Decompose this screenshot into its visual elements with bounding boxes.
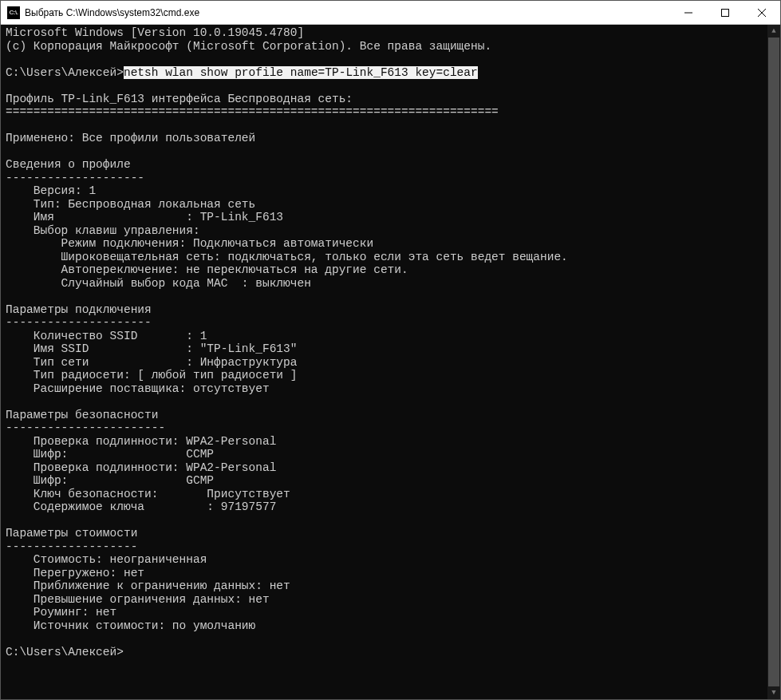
- sec-auth-1: Проверка подлинности: WPA2-Personal: [6, 435, 276, 448]
- header-line-2: (c) Корпорация Майкрософт (Microsoft Cor…: [6, 40, 491, 53]
- section-sec-title: Параметры безопасности: [6, 409, 158, 421]
- section-cost-title: Параметры стоимости: [6, 527, 137, 540]
- conn-ssid-name: Имя SSID : "TP-Link_F613": [6, 342, 297, 355]
- profile-connmode: Режим подключения: Подключаться автомати…: [6, 237, 373, 250]
- conn-vendor-ext: Расширение поставщика: отсутствует: [6, 382, 270, 395]
- sec-auth-2: Проверка подлинности: WPA2-Personal: [6, 461, 276, 474]
- prompt-1-path: C:\Users\Алексей>: [6, 66, 124, 79]
- profile-type: Тип: Беспроводная локальная сеть: [6, 198, 255, 211]
- cost-over: Превышение ограничения данных: нет: [6, 593, 270, 606]
- profile-broadcast: Широковещательная сеть: подключаться, то…: [6, 251, 568, 263]
- selected-command: netsh wlan show profile name=TP-Link_F61…: [124, 66, 478, 79]
- conn-radio-type: Тип радиосети: [ любой тип радиосети ]: [6, 369, 297, 382]
- profile-version: Версия: 1: [6, 184, 96, 197]
- profile-autoswitch: Автопереключение: не переключаться на др…: [6, 263, 408, 276]
- minimize-icon: [684, 9, 692, 17]
- vertical-scrollbar[interactable]: ▲ ▼: [767, 25, 780, 699]
- cmd-icon: C:\.: [7, 6, 20, 19]
- window-controls: [670, 1, 780, 24]
- prompt-2-path: C:\Users\Алексей>: [6, 646, 124, 658]
- section-cost-rule: -------------------: [6, 540, 137, 553]
- close-icon: [758, 9, 766, 17]
- terminal-output[interactable]: Microsoft Windows [Version 10.0.19045.47…: [1, 25, 780, 699]
- cost-roaming: Роуминг: нет: [6, 606, 116, 619]
- cost-source: Источник стоимости: по умолчанию: [6, 619, 255, 632]
- section-profile-rule: --------------------: [6, 172, 144, 184]
- sec-cipher-2: Шифр: GCMP: [6, 474, 214, 487]
- sec-key-present: Ключ безопасности: Присутствует: [6, 488, 290, 500]
- header-line-1: Microsoft Windows [Version 10.0.19045.47…: [6, 26, 304, 39]
- maximize-icon: [721, 9, 729, 17]
- profile-header-line: Профиль TP-Link_F613 интерфейса Беспрово…: [6, 93, 353, 105]
- profile-keyselect: Выбор клавиш управления:: [6, 224, 200, 237]
- sec-cipher-1: Шифр: CCMP: [6, 448, 214, 461]
- section-conn-title: Параметры подключения: [6, 303, 152, 316]
- titlebar[interactable]: C:\. Выбрать C:\Windows\system32\cmd.exe: [1, 1, 780, 25]
- scroll-up-arrow-icon[interactable]: ▲: [767, 25, 780, 38]
- minimize-button[interactable]: [670, 1, 707, 24]
- cost-approach: Приближение к ограничению данных: нет: [6, 579, 290, 592]
- applied-line: Применено: Все профили пользователей: [6, 132, 255, 144]
- profile-name: Имя : TP-Link_F613: [6, 211, 283, 223]
- section-sec-rule: -----------------------: [6, 421, 165, 434]
- conn-ssid-count: Количество SSID : 1: [6, 330, 207, 342]
- close-button[interactable]: [744, 1, 780, 24]
- section-conn-rule: ---------------------: [6, 316, 152, 329]
- svg-rect-1: [722, 9, 729, 16]
- scrollbar-thumb[interactable]: [768, 38, 779, 686]
- sec-key-content: Содержимое ключа : 97197577: [6, 500, 276, 513]
- cost-value: Стоимость: неограниченная: [6, 553, 207, 566]
- maximize-button[interactable]: [707, 1, 744, 24]
- cost-congested: Перегружено: нет: [6, 567, 144, 579]
- profile-macrandom: Случайный выбор кода MAC : выключен: [6, 277, 311, 290]
- scroll-down-arrow-icon[interactable]: ▼: [767, 686, 780, 699]
- conn-net-type: Тип сети : Инфраструктура: [6, 356, 297, 369]
- window-title: Выбрать C:\Windows\system32\cmd.exe: [25, 7, 670, 18]
- profile-header-rule: ========================================…: [6, 105, 499, 118]
- cmd-window: C:\. Выбрать C:\Windows\system32\cmd.exe…: [0, 0, 781, 700]
- section-profile-title: Сведения о профиле: [6, 158, 131, 171]
